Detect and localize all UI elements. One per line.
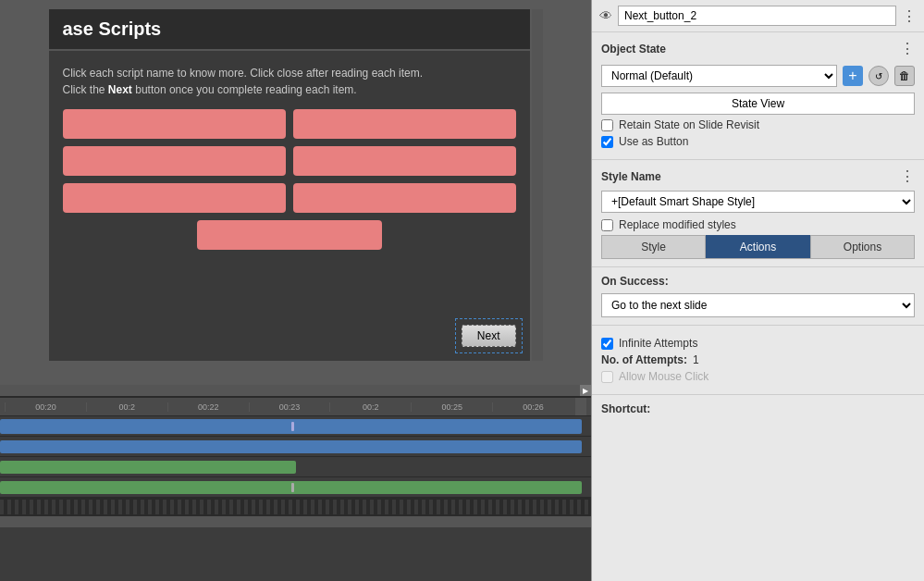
track-bar-3	[0, 461, 296, 474]
instruction-bold: Next	[108, 83, 132, 96]
object-state-title: Object State	[601, 43, 666, 56]
pink-btn-5[interactable]	[63, 183, 286, 213]
attempts-section: Infinite Attempts No. of Attempts: 1 All…	[592, 326, 924, 395]
allow-mouse-click-label: Allow Mouse Click	[619, 370, 708, 383]
instruction-line1: Click each script name to know more. Cli…	[63, 67, 424, 80]
track-bar-2	[0, 440, 582, 453]
slide-instruction: Click each script name to know more. Cli…	[63, 65, 516, 98]
next-btn-container: Next	[462, 325, 516, 347]
allow-mouse-click-row: Allow Mouse Click	[601, 370, 915, 383]
state-view-button[interactable]: State View	[601, 93, 915, 115]
pink-btn-wide[interactable]	[197, 220, 382, 250]
slide: ase Scripts Click each script name to kn…	[49, 9, 530, 361]
track-3	[0, 457, 591, 477]
retain-state-checkbox[interactable]	[601, 119, 613, 131]
no-of-attempts-label: No. of Attempts:	[601, 353, 687, 366]
instruction-line3: button once you complete reading each it…	[135, 83, 356, 96]
timeline-tracks	[0, 416, 591, 581]
replace-styles-label: Replace modified styles	[619, 218, 736, 231]
right-panel: 👁 ⋮ Object State ⋮ Normal (Default) + ↺ …	[591, 0, 924, 581]
shortcut-section: Shortcut:	[592, 395, 924, 423]
shortcut-label: Shortcut:	[601, 402, 650, 415]
instruction-line2: Click the	[63, 83, 105, 96]
ruler-mark-1: 00:2	[86, 402, 167, 412]
style-name-section: Style Name ⋮ +[Default Smart Shape Style…	[592, 160, 924, 267]
canvas-area: ase Scripts Click each script name to kn…	[0, 0, 591, 581]
next-btn-label: Next	[477, 329, 500, 342]
use-as-button-checkbox[interactable]	[601, 136, 613, 148]
object-state-header: Object State ⋮	[601, 40, 915, 57]
ruler-mark-4: 00:2	[329, 402, 411, 412]
object-name-input[interactable]	[618, 6, 896, 26]
infinite-attempts-row: Infinite Attempts	[601, 337, 915, 350]
ruler-mark-5: 00:25	[411, 402, 492, 412]
state-dropdown[interactable]: Normal (Default)	[601, 65, 837, 87]
slide-container: ase Scripts Click each script name to kn…	[0, 0, 591, 385]
use-as-button-label: Use as Button	[619, 135, 688, 148]
ruler-marks: 00:20 00:2 00:22 00:23 00:2 00:25 00:26	[5, 402, 573, 412]
on-success-label: On Success:	[601, 275, 915, 288]
scroll-right-btn[interactable]: ▶	[580, 385, 591, 396]
success-dropdown-row: Go to the next slide	[601, 293, 915, 317]
retain-state-row: Retain State on Slide Revisit	[601, 118, 915, 131]
timeline-scroll[interactable]	[0, 516, 591, 527]
allow-mouse-click-checkbox[interactable]	[601, 371, 613, 383]
track-bar-1	[0, 419, 582, 434]
track-5	[0, 498, 591, 516]
track-bar-4	[0, 481, 582, 494]
track-bar-5	[0, 500, 591, 514]
vertical-scrollbar[interactable]	[532, 9, 543, 361]
track-1	[0, 416, 591, 437]
style-name-header: Style Name ⋮	[601, 167, 915, 185]
ruler-mark-3: 00:23	[249, 402, 330, 412]
ruler-mark-6: 00:26	[492, 402, 573, 412]
infinite-attempts-checkbox[interactable]	[601, 338, 613, 350]
tab-style[interactable]: Style	[601, 235, 706, 258]
tabs-bar: Style Actions Options	[601, 235, 915, 259]
slide-content: Click each script name to know more. Cli…	[49, 51, 530, 264]
track-marker-4	[291, 483, 294, 492]
use-as-button-row: Use as Button	[601, 135, 915, 148]
state-controls: Normal (Default) + ↺ 🗑	[601, 65, 915, 87]
delete-state-button[interactable]: 🗑	[894, 66, 915, 86]
pink-btn-6[interactable]	[293, 183, 516, 213]
horizontal-scrollbar[interactable]: ▶	[0, 385, 591, 396]
style-name-title: Style Name	[601, 170, 661, 183]
panel-menu-icon[interactable]: ⋮	[902, 7, 917, 25]
ruler-mark-0: 00:20	[5, 402, 86, 412]
style-dropdown[interactable]: +[Default Smart Shape Style]	[601, 191, 915, 213]
style-name-menu-icon[interactable]: ⋮	[900, 167, 915, 185]
object-state-section: Object State ⋮ Normal (Default) + ↺ 🗑 St…	[592, 32, 924, 160]
pink-btn-1[interactable]	[63, 109, 286, 139]
slide-title-text: ase Scripts	[63, 19, 162, 39]
no-of-attempts-row: No. of Attempts: 1	[601, 353, 915, 366]
on-success-dropdown[interactable]: Go to the next slide	[601, 293, 915, 317]
retain-state-label: Retain State on Slide Revisit	[619, 118, 759, 131]
add-state-button[interactable]: +	[843, 66, 863, 86]
timeline-area: 00:20 00:2 00:22 00:23 00:2 00:25 00:26	[0, 396, 591, 581]
track-marker-1	[291, 422, 294, 431]
tab-actions[interactable]: Actions	[706, 235, 810, 258]
slide-title: ase Scripts	[49, 9, 530, 51]
name-field-row: 👁 ⋮	[592, 0, 924, 32]
pink-btn-2[interactable]	[293, 109, 516, 139]
edit-state-button[interactable]: ↺	[869, 66, 889, 86]
no-of-attempts-value: 1	[693, 353, 699, 366]
single-row	[63, 220, 516, 250]
ruler-mark-2: 00:22	[167, 402, 249, 412]
track-2	[0, 437, 591, 457]
timeline-ruler: 00:20 00:2 00:22 00:23 00:2 00:25 00:26	[0, 398, 591, 416]
pink-btn-4[interactable]	[293, 146, 516, 176]
infinite-attempts-label: Infinite Attempts	[619, 337, 697, 350]
pink-btn-3[interactable]	[63, 146, 286, 176]
object-state-menu-icon[interactable]: ⋮	[900, 40, 915, 57]
on-success-section: On Success: Go to the next slide	[592, 267, 924, 326]
replace-styles-row: Replace modified styles	[601, 218, 915, 231]
tab-options[interactable]: Options	[810, 235, 915, 258]
next-slide-button[interactable]: Next	[462, 325, 516, 347]
eye-icon[interactable]: 👁	[599, 8, 612, 23]
replace-styles-checkbox[interactable]	[601, 219, 613, 231]
timeline-v-scroll[interactable]	[575, 398, 586, 416]
button-grid	[63, 109, 516, 213]
track-4	[0, 477, 591, 498]
